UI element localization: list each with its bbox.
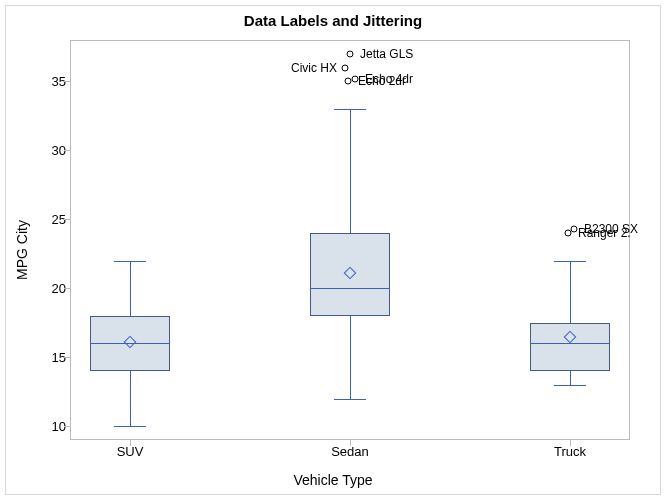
outlier-marker bbox=[571, 225, 578, 232]
x-tick-mark bbox=[130, 440, 131, 446]
outlier-label: Jetta GLS bbox=[360, 47, 413, 61]
outlier-marker bbox=[565, 230, 572, 237]
y-tick-mark bbox=[64, 357, 70, 358]
whisker bbox=[350, 109, 351, 233]
x-tick-mark bbox=[350, 440, 351, 446]
y-tick-mark bbox=[64, 288, 70, 289]
outlier-marker bbox=[342, 64, 349, 71]
median-line bbox=[310, 288, 390, 289]
whisker-cap bbox=[114, 426, 146, 427]
x-tick-label: SUV bbox=[117, 444, 144, 459]
y-tick-label: 30 bbox=[36, 143, 66, 158]
whisker bbox=[130, 261, 131, 316]
chart-title: Data Labels and Jittering bbox=[0, 12, 666, 29]
y-tick-label: 25 bbox=[36, 212, 66, 227]
whisker bbox=[350, 316, 351, 399]
x-tick-label: Truck bbox=[554, 444, 586, 459]
y-tick-mark bbox=[64, 150, 70, 151]
whisker-cap bbox=[554, 261, 586, 262]
whisker bbox=[130, 371, 131, 426]
outlier-marker bbox=[345, 78, 352, 85]
x-axis-label: Vehicle Type bbox=[0, 472, 666, 488]
whisker bbox=[570, 371, 571, 385]
x-tick-mark bbox=[570, 440, 571, 446]
outlier-label: Echo 2dr bbox=[358, 74, 406, 88]
y-tick-label: 10 bbox=[36, 419, 66, 434]
whisker-cap bbox=[334, 399, 366, 400]
median-line bbox=[530, 343, 610, 344]
y-axis-label: MPG City bbox=[12, 0, 32, 500]
x-tick-label: Sedan bbox=[331, 444, 369, 459]
y-tick-mark bbox=[64, 81, 70, 82]
whisker-cap bbox=[114, 261, 146, 262]
whisker-cap bbox=[334, 109, 366, 110]
y-tick-label: 20 bbox=[36, 281, 66, 296]
y-tick-mark bbox=[64, 426, 70, 427]
outlier-marker bbox=[347, 50, 354, 57]
outlier-label: Ranger 2. bbox=[578, 226, 631, 240]
outlier-label: Civic HX bbox=[291, 61, 337, 75]
y-tick-label: 35 bbox=[36, 74, 66, 89]
whisker bbox=[570, 261, 571, 323]
y-tick-label: 15 bbox=[36, 350, 66, 365]
whisker-cap bbox=[554, 385, 586, 386]
y-tick-mark bbox=[64, 219, 70, 220]
